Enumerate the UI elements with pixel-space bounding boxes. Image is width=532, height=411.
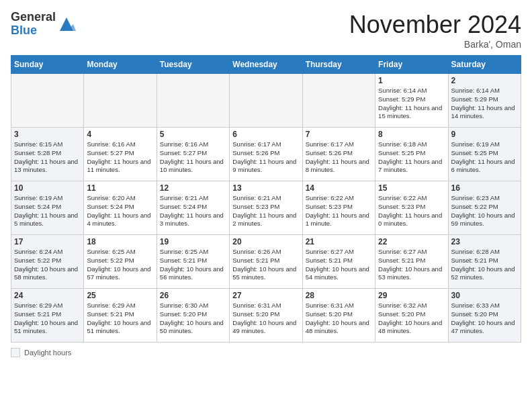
day-info: Sunrise: 6:31 AM Sunset: 5:20 PM Dayligh…: [232, 302, 299, 336]
calendar-cell: 28Sunrise: 6:31 AM Sunset: 5:20 PM Dayli…: [302, 289, 375, 342]
day-info: Sunrise: 6:27 AM Sunset: 5:21 PM Dayligh…: [306, 248, 372, 282]
day-number: 27: [232, 291, 299, 300]
logo-icon: [57, 15, 76, 34]
day-info: Sunrise: 6:22 AM Sunset: 5:23 PM Dayligh…: [306, 194, 372, 228]
calendar-cell: 17Sunrise: 6:24 AM Sunset: 5:22 PM Dayli…: [11, 235, 84, 289]
day-info: Sunrise: 6:21 AM Sunset: 5:23 PM Dayligh…: [232, 194, 299, 228]
day-number: 8: [378, 130, 445, 139]
calendar-cell: 22Sunrise: 6:27 AM Sunset: 5:21 PM Dayli…: [375, 235, 448, 289]
day-info: Sunrise: 6:33 AM Sunset: 5:20 PM Dayligh…: [451, 302, 518, 336]
calendar-cell: 12Sunrise: 6:21 AM Sunset: 5:24 PM Dayli…: [157, 181, 229, 235]
day-info: Sunrise: 6:30 AM Sunset: 5:20 PM Dayligh…: [160, 302, 226, 336]
day-number: 9: [451, 130, 518, 139]
calendar-cell: 18Sunrise: 6:25 AM Sunset: 5:22 PM Dayli…: [84, 235, 157, 289]
legend-label: Daylight hours: [24, 349, 71, 357]
day-info: Sunrise: 6:29 AM Sunset: 5:21 PM Dayligh…: [87, 302, 153, 336]
calendar-cell: 6Sunrise: 6:17 AM Sunset: 5:26 PM Daylig…: [230, 128, 302, 181]
calendar-week-1: 3Sunrise: 6:15 AM Sunset: 5:28 PM Daylig…: [11, 128, 521, 181]
day-number: 19: [160, 237, 226, 246]
calendar-cell: 9Sunrise: 6:19 AM Sunset: 5:25 PM Daylig…: [448, 128, 521, 181]
day-number: 1: [378, 76, 445, 85]
day-number: 20: [232, 237, 299, 246]
day-number: 5: [160, 130, 226, 139]
day-number: 4: [87, 130, 153, 139]
day-number: 10: [14, 183, 81, 193]
day-number: 23: [451, 237, 518, 246]
day-info: Sunrise: 6:29 AM Sunset: 5:21 PM Dayligh…: [14, 302, 81, 336]
day-number: 21: [306, 237, 372, 246]
legend-color-box: [11, 348, 20, 357]
calendar-cell: 1Sunrise: 6:14 AM Sunset: 5:29 PM Daylig…: [375, 74, 448, 128]
day-info: Sunrise: 6:21 AM Sunset: 5:24 PM Dayligh…: [160, 194, 226, 228]
day-number: 7: [306, 130, 372, 139]
day-info: Sunrise: 6:27 AM Sunset: 5:21 PM Dayligh…: [378, 248, 445, 282]
calendar-cell: 23Sunrise: 6:28 AM Sunset: 5:21 PM Dayli…: [448, 235, 521, 289]
day-number: 29: [378, 291, 445, 300]
logo: General Blue: [11, 11, 76, 38]
col-saturday: Saturday: [448, 56, 521, 74]
calendar-table: Sunday Monday Tuesday Wednesday Thursday…: [11, 55, 521, 342]
calendar-cell: [302, 74, 375, 128]
day-info: Sunrise: 6:14 AM Sunset: 5:29 PM Dayligh…: [378, 87, 445, 121]
legend: Daylight hours: [11, 348, 521, 357]
day-info: Sunrise: 6:22 AM Sunset: 5:23 PM Dayligh…: [378, 194, 445, 228]
calendar-cell: [84, 74, 157, 128]
calendar-cell: 27Sunrise: 6:31 AM Sunset: 5:20 PM Dayli…: [230, 289, 302, 342]
location: Barka', Oman: [349, 39, 521, 50]
title-block: November 2024 Barka', Oman: [349, 11, 521, 50]
calendar-cell: 13Sunrise: 6:21 AM Sunset: 5:23 PM Dayli…: [230, 181, 302, 235]
col-wednesday: Wednesday: [230, 56, 302, 74]
calendar-cell: 30Sunrise: 6:33 AM Sunset: 5:20 PM Dayli…: [448, 289, 521, 342]
day-number: 26: [160, 291, 226, 300]
day-info: Sunrise: 6:17 AM Sunset: 5:26 PM Dayligh…: [306, 140, 372, 175]
calendar-cell: 25Sunrise: 6:29 AM Sunset: 5:21 PM Dayli…: [84, 289, 157, 342]
day-info: Sunrise: 6:14 AM Sunset: 5:29 PM Dayligh…: [451, 87, 518, 121]
calendar-cell: 8Sunrise: 6:18 AM Sunset: 5:25 PM Daylig…: [375, 128, 448, 181]
calendar-cell: 5Sunrise: 6:16 AM Sunset: 5:27 PM Daylig…: [157, 128, 229, 181]
day-info: Sunrise: 6:19 AM Sunset: 5:24 PM Dayligh…: [14, 194, 81, 228]
day-info: Sunrise: 6:25 AM Sunset: 5:21 PM Dayligh…: [160, 248, 226, 282]
calendar-cell: 29Sunrise: 6:32 AM Sunset: 5:20 PM Dayli…: [375, 289, 448, 342]
day-number: 16: [451, 183, 518, 193]
day-number: 30: [451, 291, 518, 300]
calendar-week-2: 10Sunrise: 6:19 AM Sunset: 5:24 PM Dayli…: [11, 181, 521, 235]
calendar-cell: 16Sunrise: 6:23 AM Sunset: 5:22 PM Dayli…: [448, 181, 521, 235]
calendar-week-4: 24Sunrise: 6:29 AM Sunset: 5:21 PM Dayli…: [11, 289, 521, 342]
calendar-cell: 24Sunrise: 6:29 AM Sunset: 5:21 PM Dayli…: [11, 289, 84, 342]
calendar-cell: 11Sunrise: 6:20 AM Sunset: 5:24 PM Dayli…: [84, 181, 157, 235]
day-number: 2: [451, 76, 518, 85]
day-info: Sunrise: 6:24 AM Sunset: 5:22 PM Dayligh…: [14, 248, 81, 282]
col-friday: Friday: [375, 56, 448, 74]
col-monday: Monday: [84, 56, 157, 74]
day-number: 6: [232, 130, 299, 139]
calendar-week-0: 1Sunrise: 6:14 AM Sunset: 5:29 PM Daylig…: [11, 74, 521, 128]
calendar-cell: 20Sunrise: 6:26 AM Sunset: 5:21 PM Dayli…: [230, 235, 302, 289]
calendar-week-3: 17Sunrise: 6:24 AM Sunset: 5:22 PM Dayli…: [11, 235, 521, 289]
calendar-cell: 2Sunrise: 6:14 AM Sunset: 5:29 PM Daylig…: [448, 74, 521, 128]
day-number: 12: [160, 183, 226, 193]
day-info: Sunrise: 6:25 AM Sunset: 5:22 PM Dayligh…: [87, 248, 153, 282]
calendar-cell: 21Sunrise: 6:27 AM Sunset: 5:21 PM Dayli…: [302, 235, 375, 289]
day-number: 11: [87, 183, 153, 193]
day-number: 25: [87, 291, 153, 300]
day-info: Sunrise: 6:16 AM Sunset: 5:27 PM Dayligh…: [160, 140, 226, 175]
month-title: November 2024: [349, 11, 521, 39]
calendar-header-row: Sunday Monday Tuesday Wednesday Thursday…: [11, 56, 521, 74]
day-info: Sunrise: 6:19 AM Sunset: 5:25 PM Dayligh…: [451, 140, 518, 175]
calendar-cell: 15Sunrise: 6:22 AM Sunset: 5:23 PM Dayli…: [375, 181, 448, 235]
logo-general-text: General: [11, 11, 56, 24]
day-number: 17: [14, 237, 81, 246]
calendar-cell: [157, 74, 229, 128]
calendar-cell: [11, 74, 84, 128]
calendar-cell: 10Sunrise: 6:19 AM Sunset: 5:24 PM Dayli…: [11, 181, 84, 235]
logo-blue-text: Blue: [11, 24, 56, 38]
page-header: General Blue November 2024 Barka', Oman: [11, 11, 521, 50]
day-info: Sunrise: 6:18 AM Sunset: 5:25 PM Dayligh…: [378, 140, 445, 175]
calendar-cell: 3Sunrise: 6:15 AM Sunset: 5:28 PM Daylig…: [11, 128, 84, 181]
calendar-cell: 7Sunrise: 6:17 AM Sunset: 5:26 PM Daylig…: [302, 128, 375, 181]
day-number: 14: [306, 183, 372, 193]
day-info: Sunrise: 6:26 AM Sunset: 5:21 PM Dayligh…: [232, 248, 299, 282]
calendar-cell: 19Sunrise: 6:25 AM Sunset: 5:21 PM Dayli…: [157, 235, 229, 289]
calendar-cell: 14Sunrise: 6:22 AM Sunset: 5:23 PM Dayli…: [302, 181, 375, 235]
day-info: Sunrise: 6:23 AM Sunset: 5:22 PM Dayligh…: [451, 194, 518, 228]
